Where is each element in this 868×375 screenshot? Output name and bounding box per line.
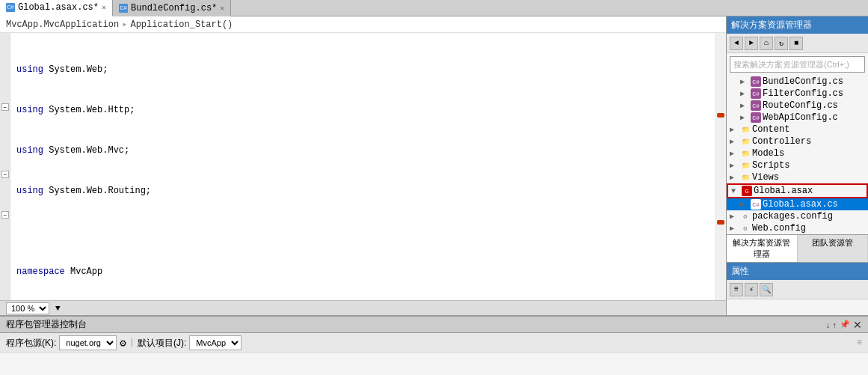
tree-item-models[interactable]: ▶ 📁 Models — [727, 147, 868, 159]
solution-explorer-toolbar: ◄ ► ⌂ ↻ ■ — [727, 34, 868, 53]
folder-icon: 📁 — [740, 172, 751, 183]
cs-icon: C# — [751, 199, 761, 210]
breadcrumb-class[interactable]: MvcApp.MvcApplication — [6, 19, 119, 30]
cs-icon: C# — [751, 88, 761, 99]
collapse-namespace[interactable]: − — [1, 103, 9, 111]
zoom-percent: ▼ — [55, 304, 61, 313]
tab-strip-solution[interactable]: 解决方案资源管理器 — [727, 235, 798, 262]
editor-scrollbar[interactable] — [715, 33, 726, 300]
close-button[interactable]: ✕ — [853, 319, 862, 331]
cs-icon: C# — [751, 112, 761, 123]
tree-label: Content — [752, 124, 789, 135]
default-project-select[interactable]: MvcApp — [189, 335, 241, 350]
tab-strip: 解决方案资源管理器 团队资源管 — [727, 234, 868, 262]
package-source-label: 程序包源(K): — [6, 337, 56, 350]
tab-strip-team[interactable]: 团队资源管 — [798, 235, 869, 262]
bottom-panel-toolbar: 程序包源(K): nuget.org ⚙ | 默认项目(J): MvcApp ≡ — [0, 333, 868, 353]
pin-button2[interactable]: 📌 — [840, 320, 850, 329]
pin-button[interactable]: ↓ ↑ — [826, 320, 837, 329]
tree-item-webapiconfig[interactable]: ▶ C# WebApiConfig.c — [727, 112, 868, 124]
collapse-method[interactable]: − — [1, 211, 9, 219]
tree-item-content[interactable]: ▶ 📁 Content — [727, 124, 868, 135]
bottom-panel-title: 程序包管理器控制台 — [6, 318, 87, 331]
tab-bundleconfig[interactable]: C# BundleConfig.cs* ✕ — [113, 0, 231, 16]
cs-icon: C# — [751, 100, 761, 111]
folder-icon: 📁 — [740, 160, 751, 171]
tree-item-webconfig[interactable]: ▶ ⚙ Web.config — [727, 222, 868, 234]
solution-explorer-title: 解决方案资源管理器 — [731, 19, 812, 30]
code-line-1: using System.Web; — [16, 63, 710, 76]
tree-label: WebApiConfig.c — [763, 112, 838, 123]
toolbar-btn-back[interactable]: ◄ — [730, 37, 743, 50]
tree-label: Models — [752, 148, 784, 159]
bottom-panel-header: 程序包管理器控制台 ↓ ↑ 📌 ✕ — [0, 317, 868, 333]
tree-area: ▶ C# BundleConfig.cs ▶ C# FilterConfig.c… — [727, 76, 868, 234]
solution-search[interactable]: 搜索解决方案资源管理器(Ctrl+;) — [730, 56, 865, 73]
code-line-5 — [16, 225, 710, 238]
scroll-indicator-2 — [717, 220, 724, 225]
properties-header: 属性 — [727, 263, 868, 280]
tab-close-bundle[interactable]: ✕ — [220, 4, 224, 13]
tree-item-routeconfig[interactable]: ▶ C# RouteConfig.cs — [727, 100, 868, 112]
code-line-3: using System.Web.Mvc; — [16, 144, 710, 157]
tab-global-asax[interactable]: C# Global.asax.cs* ✕ — [0, 0, 113, 16]
cs-icon: C# — [751, 76, 761, 87]
tab-label-bundle: BundleConfig.cs* — [131, 3, 217, 13]
tree-label: Global.asax — [754, 186, 813, 196]
solution-search-placeholder: 搜索解决方案资源管理器(Ctrl+;) — [733, 59, 849, 70]
toolbar-btn-home[interactable]: ⌂ — [760, 37, 773, 50]
code-line-4: using System.Web.Routing; — [16, 184, 710, 198]
tab-label-global: Global.asax.cs* — [18, 2, 99, 13]
props-btn-3[interactable]: 🔍 — [760, 283, 773, 296]
toolbar-btn-refresh[interactable]: ↻ — [775, 37, 788, 50]
toolbar-btn-forward[interactable]: ► — [745, 37, 758, 50]
breadcrumb: MvcApp.MvcApplication ▸ Application_Star… — [0, 16, 726, 33]
tab-close-global[interactable]: ✕ — [102, 3, 106, 12]
editor-main: − − − using Syste — [0, 33, 726, 300]
scroll-indicator-1 — [717, 113, 724, 118]
asax-icon: G — [742, 186, 752, 196]
tree-item-packages[interactable]: ▶ ⚙ packages.config — [727, 210, 868, 222]
toolbar-btn-stop[interactable]: ■ — [789, 37, 803, 50]
solution-explorer: 解决方案资源管理器 ◄ ► ⌂ ↻ ■ 搜索解决方案资源管理器(Ctrl+;) — [727, 16, 868, 262]
tree-label: Controllers — [752, 136, 811, 147]
properties-panel: 属性 ≡ ⚡ 🔍 — [727, 262, 868, 315]
tree-item-global-asax[interactable]: ▼ G Global.asax — [727, 183, 868, 198]
editor-area: MvcApp.MvcApplication ▸ Application_Star… — [0, 16, 726, 315]
tree-item-scripts[interactable]: ▶ 📁 Scripts — [727, 159, 868, 171]
tree-label: Web.config — [752, 223, 806, 234]
tree-label: BundleConfig.cs — [763, 76, 843, 87]
tree-item-views[interactable]: ▶ 📁 Views — [727, 171, 868, 183]
tree-label: Views — [752, 172, 779, 183]
tree-label: Global.asax.cs — [763, 199, 838, 210]
tree-label: FilterConfig.cs — [763, 88, 843, 99]
settings-icon[interactable]: ⚙ — [120, 337, 126, 350]
package-source-select[interactable]: nuget.org — [59, 335, 117, 350]
tree-label: packages.config — [752, 211, 833, 222]
solution-explorer-header: 解决方案资源管理器 — [727, 16, 868, 34]
editor-status: 100 % ▼ — [0, 300, 726, 315]
config-icon: ⚙ — [740, 211, 751, 222]
tab-icon-global: C# — [6, 3, 15, 12]
tree-label: RouteConfig.cs — [763, 100, 838, 111]
collapse-class[interactable]: − — [1, 171, 9, 178]
folder-icon: 📁 — [740, 148, 751, 159]
tree-label: Scripts — [752, 160, 789, 171]
bottom-panel: 程序包管理器控制台 ↓ ↑ 📌 ✕ 程序包源(K): nuget.org ⚙ |… — [0, 315, 868, 375]
breadcrumb-method[interactable]: Application_Start() — [130, 19, 233, 30]
code-line-2: using System.Web.Http; — [16, 103, 710, 117]
tree-item-filterconfig[interactable]: ▶ C# FilterConfig.cs — [727, 88, 868, 100]
tree-item-bundleconfig[interactable]: ▶ C# BundleConfig.cs — [727, 76, 868, 88]
zoom-selector[interactable]: 100 % — [6, 302, 49, 314]
props-btn-1[interactable]: ≡ — [730, 283, 743, 296]
tree-item-controllers[interactable]: ▶ 📁 Controllers — [727, 135, 868, 147]
folder-icon: 📁 — [740, 124, 751, 135]
props-btn-2[interactable]: ⚡ — [745, 283, 758, 296]
default-project-label: 默认项目(J): — [138, 337, 186, 350]
code-editor[interactable]: using System.Web; using System.Web.Http;… — [10, 33, 715, 300]
properties-title: 属性 — [731, 266, 749, 276]
tab-bar: C# Global.asax.cs* ✕ C# BundleConfig.cs*… — [0, 0, 868, 16]
tree-item-global-asax-cs[interactable]: ▶ C# Global.asax.cs — [727, 198, 868, 210]
left-margin: − − − — [0, 33, 10, 300]
tab-icon-bundle: C# — [119, 4, 128, 13]
